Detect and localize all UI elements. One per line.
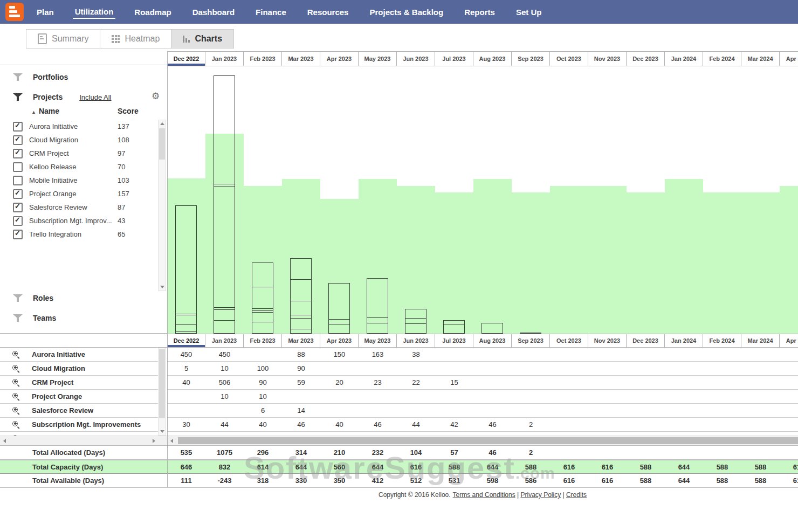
nav-item-utilization[interactable]: Utilization <box>73 5 116 19</box>
nav-item-set-up[interactable]: Set Up <box>514 6 544 18</box>
month-header-apr-2023[interactable]: Apr 2023 <box>320 334 359 348</box>
month-header-mar-2023[interactable]: Mar 2023 <box>282 51 320 66</box>
project-checkbox[interactable] <box>13 230 23 239</box>
nav-item-reports[interactable]: Reports <box>462 6 497 18</box>
utilization-bar-feb-2023[interactable] <box>252 262 273 334</box>
zoom-in-icon[interactable] <box>12 378 20 386</box>
total-cell: 535 <box>167 446 205 459</box>
total-cell: 644 <box>359 460 397 473</box>
allocation-values-pane: 4504508815016338510100904050690592023221… <box>167 348 798 436</box>
month-header-feb-2024[interactable]: Feb 2024 <box>703 51 741 66</box>
month-header-jan-2024[interactable]: Jan 2024 <box>665 51 703 66</box>
projects-filter[interactable]: Projects Include All <box>13 93 112 101</box>
month-header-jul-2023[interactable]: Jul 2023 <box>435 51 473 66</box>
month-header-sep-2023[interactable]: Sep 2023 <box>512 334 550 348</box>
project-checkbox[interactable] <box>13 189 23 199</box>
nav-item-dashboard[interactable]: Dashboard <box>190 6 237 18</box>
project-checkbox[interactable] <box>13 149 23 158</box>
score-column-header[interactable]: Score <box>118 107 139 115</box>
month-header-apr-2024[interactable]: Apr 2024 <box>780 51 798 66</box>
month-header-may-2023[interactable]: May 2023 <box>359 334 397 348</box>
zoom-in-icon[interactable] <box>12 350 20 358</box>
tab-summary[interactable]: Summary <box>26 30 100 48</box>
utilization-bar-jul-2023[interactable] <box>443 320 465 334</box>
project-checkbox[interactable] <box>13 176 23 185</box>
project-checkbox[interactable] <box>13 122 23 132</box>
month-header-dec-2023[interactable]: Dec 2023 <box>627 51 665 66</box>
utilization-bar-jun-2023[interactable] <box>405 309 426 334</box>
tab-charts[interactable]: Charts <box>171 30 233 48</box>
month-header-may-2023[interactable]: May 2023 <box>359 51 397 66</box>
utilization-bar-aug-2023[interactable] <box>481 323 503 334</box>
utilization-bar-mar-2023[interactable] <box>290 258 312 334</box>
month-header-feb-2023[interactable]: Feb 2023 <box>244 334 282 348</box>
nav-item-resources[interactable]: Resources <box>305 6 351 18</box>
project-score: 70 <box>118 163 125 171</box>
utilization-bar-jan-2023[interactable] <box>214 75 235 334</box>
footer-link-terms-and-conditions[interactable]: Terms and Conditions <box>453 491 515 499</box>
month-header-aug-2023[interactable]: Aug 2023 <box>473 51 512 66</box>
month-header-dec-2022[interactable]: Dec 2022 <box>167 51 205 66</box>
month-header-jun-2023[interactable]: Jun 2023 <box>397 334 435 348</box>
project-list-scrollbar[interactable] <box>158 120 166 291</box>
utilization-bar-apr-2023[interactable] <box>328 283 350 334</box>
month-header-mar-2024[interactable]: Mar 2024 <box>741 334 780 348</box>
month-header-jan-2023[interactable]: Jan 2023 <box>205 334 244 348</box>
month-header-feb-2023[interactable]: Feb 2023 <box>244 51 282 66</box>
nav-item-projects-backlog[interactable]: Projects & Backlog <box>367 6 445 18</box>
nav-item-plan[interactable]: Plan <box>35 6 56 18</box>
allocation-cell: 163 <box>359 348 397 361</box>
project-checkbox[interactable] <box>13 162 23 172</box>
month-header-oct-2023[interactable]: Oct 2023 <box>550 51 588 66</box>
include-all-link[interactable]: Include All <box>79 93 111 101</box>
tab-heatmap[interactable]: Heatmap <box>100 30 171 48</box>
allocation-cell <box>550 432 588 436</box>
month-header-sep-2023[interactable]: Sep 2023 <box>512 51 550 66</box>
month-header-apr-2024[interactable]: Apr 2024 <box>780 334 798 348</box>
nav-item-finance[interactable]: Finance <box>253 6 288 18</box>
portfolios-filter[interactable]: Portfolios <box>13 73 68 81</box>
month-header-nov-2023[interactable]: Nov 2023 <box>588 51 627 66</box>
month-header-jan-2024[interactable]: Jan 2024 <box>665 334 703 348</box>
sort-asc-icon[interactable]: ▲ <box>31 109 36 115</box>
zoom-in-icon[interactable] <box>12 420 20 429</box>
name-column-header[interactable]: Name <box>39 107 59 115</box>
allocation-cell <box>665 362 703 375</box>
utilization-bar-dec-2022[interactable] <box>175 205 197 334</box>
zoom-in-icon[interactable] <box>12 406 20 414</box>
utilization-bar-may-2023[interactable] <box>367 278 388 334</box>
month-header-jul-2023[interactable]: Jul 2023 <box>435 334 473 348</box>
month-header-jan-2023[interactable]: Jan 2023 <box>205 51 244 66</box>
month-header-nov-2023[interactable]: Nov 2023 <box>588 334 627 348</box>
month-header-dec-2022[interactable]: Dec 2022 <box>167 334 205 348</box>
allocation-cell <box>588 404 627 417</box>
names-horizontal-scrollbar[interactable] <box>0 436 167 445</box>
month-header-aug-2023[interactable]: Aug 2023 <box>473 334 512 348</box>
nav-item-roadmap[interactable]: Roadmap <box>132 6 173 18</box>
footer-link-privacy-policy[interactable]: Privacy Policy <box>520 491 561 499</box>
project-checkbox[interactable] <box>13 135 23 145</box>
month-header-feb-2024[interactable]: Feb 2024 <box>703 334 741 348</box>
values-horizontal-scrollbar[interactable] <box>167 436 798 445</box>
footer-link-credits[interactable]: Credits <box>566 491 587 499</box>
roles-filter[interactable]: Roles <box>13 294 53 302</box>
gear-icon[interactable]: ⚙ <box>152 91 160 102</box>
month-header-dec-2023[interactable]: Dec 2023 <box>627 334 665 348</box>
month-header-mar-2024[interactable]: Mar 2024 <box>741 51 780 66</box>
allocation-cell: 30 <box>167 418 205 431</box>
zoom-in-icon[interactable] <box>12 392 20 400</box>
month-header-apr-2023[interactable]: Apr 2023 <box>320 51 359 66</box>
tab-label: Heatmap <box>125 34 160 44</box>
project-checkbox[interactable] <box>13 216 23 226</box>
zoom-in-icon[interactable] <box>12 364 20 372</box>
names-pane-scrollbar[interactable] <box>158 348 166 436</box>
teams-filter[interactable]: Teams <box>13 314 56 322</box>
scrollbar-thumb[interactable] <box>178 437 798 444</box>
bar-segment-crm-project <box>291 301 311 315</box>
kelloo-logo[interactable] <box>5 3 24 21</box>
allocation-cell: 90 <box>282 362 320 375</box>
month-header-mar-2023[interactable]: Mar 2023 <box>282 334 320 348</box>
month-header-oct-2023[interactable]: Oct 2023 <box>550 334 588 348</box>
project-checkbox[interactable] <box>13 203 23 212</box>
month-header-jun-2023[interactable]: Jun 2023 <box>397 51 435 66</box>
